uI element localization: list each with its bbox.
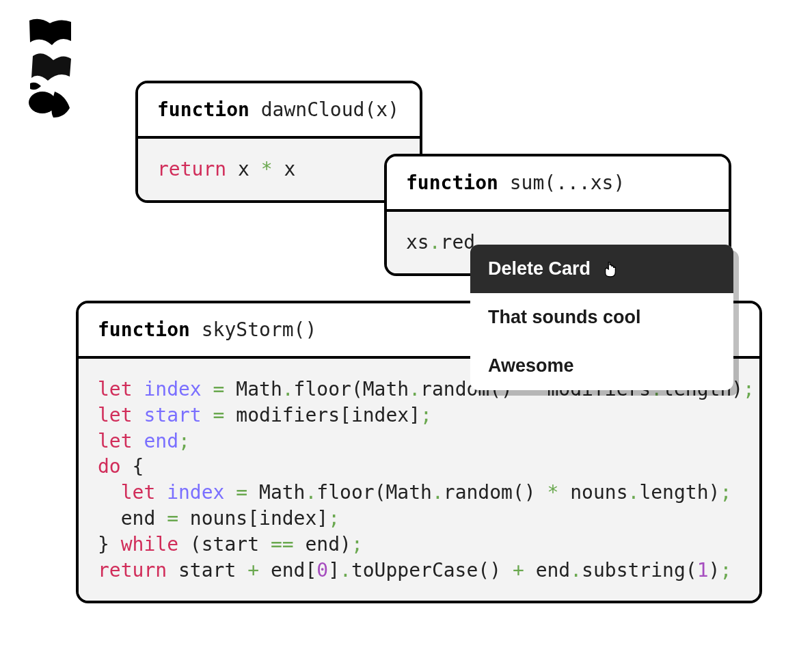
code-token: let — [121, 481, 156, 504]
code-token: ; — [720, 559, 731, 581]
code-token: length — [639, 481, 708, 504]
code-token: ; — [178, 430, 190, 452]
code-token: floor — [316, 481, 374, 504]
code-token: [ — [340, 404, 351, 426]
code-token: . — [429, 231, 441, 254]
context-menu-item-label: Awesome — [488, 355, 574, 376]
code-token — [133, 430, 144, 452]
code-token: . — [340, 559, 351, 581]
code-token: Math — [247, 481, 305, 504]
app-logo — [26, 15, 75, 128]
code-token — [133, 404, 144, 426]
code-token: ; — [328, 507, 340, 530]
code-token: = — [167, 507, 178, 530]
code-token: ] — [316, 507, 328, 530]
code-token: . — [305, 481, 316, 504]
code-token: floor — [294, 378, 351, 400]
code-token: start — [202, 533, 271, 556]
keyword-function: function — [157, 98, 249, 121]
code-token: () — [478, 559, 501, 581]
code-token: return — [157, 158, 226, 180]
code-token: * — [261, 158, 273, 180]
function-signature: sum(...xs) — [498, 172, 625, 194]
code-token: start — [167, 559, 247, 581]
code-token: . — [432, 481, 444, 504]
code-token: let — [98, 404, 133, 426]
code-token — [224, 481, 236, 504]
code-token: ] — [328, 559, 340, 581]
code-token: end — [144, 430, 178, 452]
code-token: = — [236, 481, 247, 504]
code-token: nouns — [178, 507, 247, 530]
code-token: = — [213, 378, 225, 400]
context-menu-item-label: Delete Card — [488, 258, 591, 279]
code-token: ; — [720, 481, 731, 504]
code-token: do — [98, 455, 121, 478]
code-token: random — [444, 481, 513, 504]
keyword-function: function — [98, 318, 190, 341]
code-token: Math — [363, 378, 409, 400]
code-token: = — [213, 404, 225, 426]
code-token: end — [524, 559, 570, 581]
code-token: while — [121, 533, 178, 556]
code-token: ; — [743, 378, 755, 400]
context-menu[interactable]: Delete CardThat sounds coolAwesome — [470, 245, 733, 390]
code-token: index — [351, 404, 409, 426]
code-token — [133, 378, 144, 400]
code-token: ; — [351, 533, 363, 556]
code-token: substring — [582, 559, 686, 581]
code-token: () — [513, 481, 536, 504]
code-token: index — [144, 378, 201, 400]
code-token: let — [98, 378, 133, 400]
code-token — [202, 378, 213, 400]
code-token: * — [547, 481, 559, 504]
code-token: } — [98, 533, 121, 556]
code-token: return — [98, 559, 167, 581]
code-token: xs — [406, 231, 429, 254]
context-menu-item[interactable]: That sounds cool — [470, 293, 733, 342]
code-token: index — [259, 507, 316, 530]
code-token: ; — [420, 404, 432, 426]
code-token: Math — [385, 481, 431, 504]
context-menu-item[interactable]: Awesome — [470, 342, 733, 390]
code-token — [98, 481, 121, 504]
pointer-cursor-icon — [603, 260, 618, 278]
code-token: ) — [340, 533, 351, 556]
code-token: x — [226, 158, 261, 180]
keyword-function: function — [406, 172, 498, 194]
code-token — [501, 559, 513, 581]
code-token: . — [628, 481, 640, 504]
code-token: == — [271, 533, 294, 556]
code-token: 0 — [316, 559, 328, 581]
abstract-logo-icon — [26, 15, 75, 128]
code-token: ( — [375, 481, 386, 504]
code-token: start — [144, 404, 201, 426]
code-token: let — [98, 430, 133, 452]
context-menu-item[interactable]: Delete Card — [470, 245, 733, 293]
code-token: ( — [351, 378, 363, 400]
code-card-dawncloud[interactable]: function dawnCloud(x) return x * x — [135, 81, 422, 203]
card-body[interactable]: return x * x — [138, 139, 420, 200]
code-token: { — [121, 455, 144, 478]
code-token — [202, 404, 213, 426]
code-token: . — [570, 559, 582, 581]
code-token: ) — [709, 559, 720, 581]
code-token: modifiers — [224, 404, 340, 426]
code-token: ) — [709, 481, 720, 504]
code-token: [ — [247, 507, 259, 530]
code-token: end — [294, 533, 340, 556]
code-token: [ — [305, 559, 316, 581]
code-token: nouns — [558, 481, 627, 504]
context-menu-item-label: That sounds cool — [488, 307, 641, 328]
code-token: x — [273, 158, 296, 180]
code-token: . — [409, 378, 420, 400]
code-token: toUpperCase — [351, 559, 478, 581]
code-token: index — [167, 481, 224, 504]
code-token: ( — [178, 533, 202, 556]
code-token: + — [247, 559, 259, 581]
code-token — [536, 481, 547, 504]
code-token: . — [282, 378, 294, 400]
card-body[interactable]: let index = Math.floor(Math.random() * m… — [79, 359, 759, 601]
code-token: Math — [224, 378, 282, 400]
code-token: + — [513, 559, 524, 581]
